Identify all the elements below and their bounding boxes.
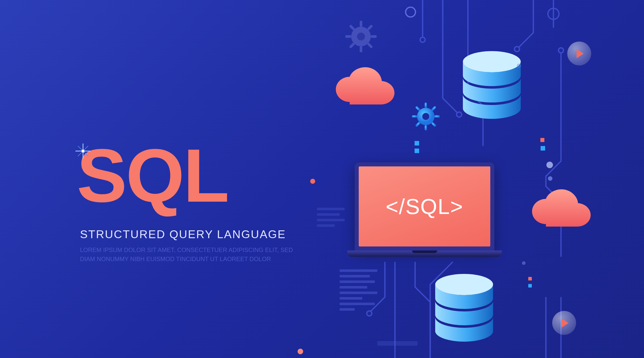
- svg-point-22: [422, 113, 429, 120]
- laptop-illustration: </SQL>: [347, 162, 502, 257]
- decor-dot: [310, 179, 315, 184]
- decor-bar: [377, 341, 418, 346]
- svg-rect-24: [425, 125, 427, 130]
- decor-square: [528, 277, 532, 280]
- document-lines-icon: [340, 269, 377, 314]
- decor-square: [415, 149, 419, 153]
- decor-square: [415, 141, 419, 146]
- svg-point-31: [463, 51, 521, 72]
- decor-dot: [546, 162, 553, 168]
- svg-rect-25: [412, 115, 417, 118]
- database-icon: [433, 273, 496, 349]
- laptop-screen-text: </SQL>: [386, 194, 463, 219]
- svg-rect-13: [360, 21, 362, 27]
- decor-square: [541, 146, 545, 151]
- decor-dot: [522, 261, 526, 265]
- svg-point-0: [420, 37, 425, 42]
- svg-rect-15: [345, 35, 351, 38]
- sparkle-icon: [75, 144, 91, 159]
- play-icon: [567, 42, 591, 65]
- headline-title: SQL: [77, 144, 228, 208]
- cloud-icon: [332, 67, 403, 107]
- svg-rect-16: [371, 35, 377, 38]
- gear-icon: [411, 102, 440, 131]
- document-lines-icon: [317, 208, 345, 230]
- play-icon: [552, 311, 576, 335]
- svg-point-10: [82, 150, 85, 153]
- svg-rect-23: [425, 102, 427, 108]
- decor-square: [528, 284, 532, 288]
- circle-icon: [405, 7, 416, 18]
- svg-point-4: [558, 48, 564, 53]
- cloud-icon: [528, 189, 599, 229]
- gear-icon: [345, 20, 377, 53]
- svg-point-32: [435, 274, 493, 295]
- headline-description: LOREM IPSUM DOLOR SIT AMET, CONSECTETUER…: [80, 245, 306, 264]
- decor-dot: [517, 64, 521, 68]
- database-icon: [460, 50, 523, 126]
- svg-rect-14: [360, 46, 362, 52]
- svg-rect-26: [434, 115, 440, 118]
- decor-dot: [298, 349, 303, 354]
- decor-square: [540, 138, 544, 142]
- headline-subtitle: STRUCTURED QUERY LANGUAGE: [80, 228, 286, 241]
- decor-dot: [548, 176, 552, 181]
- svg-point-12: [357, 32, 365, 40]
